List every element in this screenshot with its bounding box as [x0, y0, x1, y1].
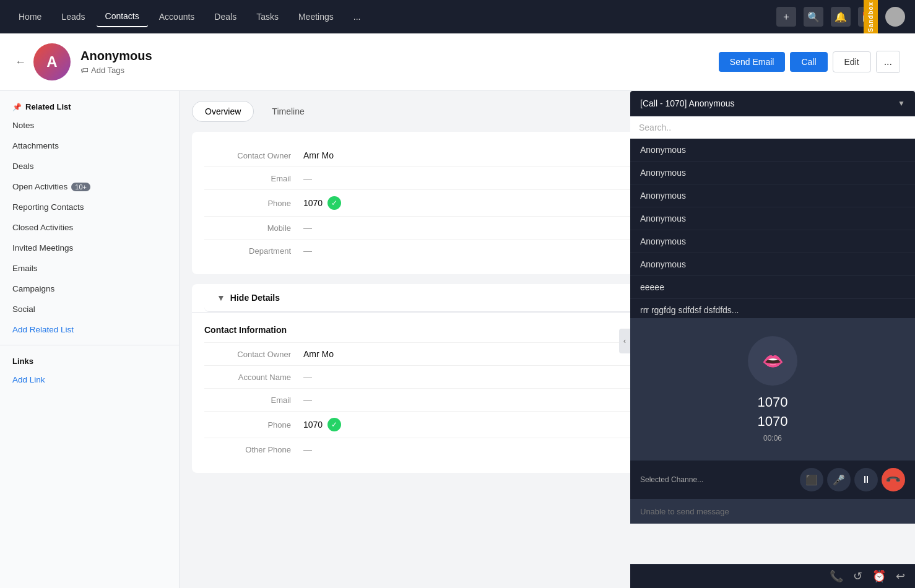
avatar-lips-icon: 👄	[762, 351, 784, 371]
tab-overview[interactable]: Overview	[192, 101, 254, 122]
sidebar-divider	[0, 345, 179, 345]
screen-icon: ⬛	[805, 474, 818, 486]
call-contact-0[interactable]: Anonymous	[630, 139, 915, 162]
send-email-button[interactable]: Send Email	[719, 52, 786, 72]
nav-tasks[interactable]: Tasks	[248, 7, 287, 27]
contact-avatar: A	[33, 43, 71, 80]
related-list-title: 📌 Related List	[0, 96, 179, 115]
chevron-icon: ▼	[217, 293, 225, 303]
add-icon[interactable]: ＋	[776, 7, 796, 27]
panel-collapse-toggle[interactable]: ‹	[619, 329, 630, 353]
sandbox-badge: Sandbox	[864, 0, 878, 33]
call-search-input[interactable]	[630, 116, 915, 139]
mute-button[interactable]: 🎤	[827, 468, 851, 491]
sidebar-item-attachments[interactable]: Attachments	[0, 136, 179, 156]
call-contact-6[interactable]: eeeee	[630, 276, 915, 299]
sidebar-item-emails[interactable]: Emails	[0, 258, 179, 279]
add-link-link[interactable]: Add Link	[0, 370, 179, 390]
call-avatar: 👄	[748, 336, 797, 386]
back-button[interactable]: ←	[15, 56, 26, 69]
header-actions: Send Email Call Edit ...	[719, 51, 900, 73]
pause-icon: ⏸	[861, 474, 871, 485]
call-contact-1[interactable]: Anonymous	[630, 162, 915, 184]
content-area: Overview Timeline Contact Owner Amr Mo E…	[180, 91, 915, 588]
nav-icons: ＋ 🔍 🔔 📅	[776, 7, 905, 27]
call-video-area: 👄 1070 1070 00:06	[630, 318, 915, 460]
sidebar-item-reporting-contacts[interactable]: Reporting Contacts	[0, 197, 179, 217]
call-contact-4[interactable]: Anonymous	[630, 230, 915, 253]
top-navigation: Home Leads Contacts Accounts Deals Tasks…	[0, 0, 915, 33]
whatsapp-icon[interactable]: ✓	[327, 196, 341, 210]
bell-icon[interactable]: 🔔	[831, 7, 851, 27]
pin-icon: 📌	[12, 103, 22, 111]
tab-timeline[interactable]: Timeline	[259, 101, 317, 122]
tag-icon: 🏷	[80, 66, 89, 75]
call-message-area	[630, 499, 915, 524]
nav-accounts[interactable]: Accounts	[150, 7, 204, 27]
add-related-list-link[interactable]: Add Related List	[0, 319, 179, 340]
call-timer: 00:06	[763, 434, 782, 443]
end-call-icon: 📞	[885, 471, 902, 488]
call-contact-list: Anonymous Anonymous Anonymous Anonymous …	[630, 139, 915, 318]
sidebar-item-open-activities[interactable]: Open Activities 10+	[0, 176, 179, 197]
nav-home[interactable]: Home	[10, 7, 50, 27]
contact-name: Anonymous	[80, 49, 719, 63]
call-contact-7[interactable]: rrr rggfdg sdfdsf dsfdfds...	[630, 299, 915, 318]
call-contact-5[interactable]: Anonymous	[630, 253, 915, 276]
sidebar: 📌 Related List Notes Attachments Deals O…	[0, 91, 180, 588]
more-actions-button[interactable]: ...	[876, 51, 900, 73]
nav-meetings[interactable]: Meetings	[290, 7, 342, 27]
sidebar-item-campaigns[interactable]: Campaigns	[0, 279, 179, 299]
links-title: Links	[0, 350, 179, 370]
call-panel: [Call - 1070] Anonymous ▼ Anonymous Anon…	[630, 91, 915, 524]
search-icon[interactable]: 🔍	[804, 7, 823, 27]
call-dropdown-icon[interactable]: ▼	[898, 99, 905, 108]
contact-info: Anonymous 🏷 Add Tags	[80, 49, 719, 75]
nav-contacts[interactable]: Contacts	[97, 6, 148, 27]
pause-button[interactable]: ⏸	[854, 468, 878, 491]
end-call-button[interactable]: 📞	[882, 468, 905, 491]
refresh-icon[interactable]: ↺	[853, 569, 862, 583]
sidebar-item-closed-activities[interactable]: Closed Activities	[0, 217, 179, 238]
sidebar-item-notes[interactable]: Notes	[0, 115, 179, 136]
edit-button[interactable]: Edit	[833, 51, 871, 72]
main-layout: 📌 Related List Notes Attachments Deals O…	[0, 91, 915, 588]
whatsapp-icon-2[interactable]: ✓	[327, 418, 341, 431]
return-icon[interactable]: ↩	[896, 569, 905, 583]
call-controls: Selected Channe... ⬛ 🎤 ⏸ 📞	[630, 460, 915, 499]
nav-more[interactable]: ...	[345, 7, 370, 27]
sidebar-item-deals[interactable]: Deals	[0, 156, 179, 176]
call-number-display: 1070 1070	[758, 393, 788, 431]
bottom-toolbar: 📞 ↺ ⏰ ↩	[630, 564, 915, 588]
nav-items: Home Leads Contacts Accounts Deals Tasks…	[10, 6, 776, 27]
sidebar-item-social[interactable]: Social	[0, 299, 179, 319]
call-contact-2[interactable]: Anonymous	[630, 184, 915, 207]
user-avatar[interactable]	[885, 7, 905, 27]
nav-leads[interactable]: Leads	[53, 7, 93, 27]
screen-share-button[interactable]: ⬛	[800, 468, 823, 491]
call-panel-header: [Call - 1070] Anonymous ▼	[630, 91, 915, 116]
sidebar-item-invited-meetings[interactable]: Invited Meetings	[0, 238, 179, 258]
open-activities-badge: 10+	[71, 183, 90, 191]
call-button[interactable]: Call	[790, 52, 827, 72]
mic-icon: 🎤	[833, 474, 845, 486]
add-tags-button[interactable]: 🏷 Add Tags	[80, 66, 719, 75]
phone-icon[interactable]: 📞	[830, 569, 843, 583]
call-contact-3[interactable]: Anonymous	[630, 207, 915, 230]
clock-icon[interactable]: ⏰	[872, 569, 886, 583]
call-message-input[interactable]	[640, 507, 905, 516]
contact-header: ← A Anonymous 🏷 Add Tags Send Email Call…	[0, 33, 915, 91]
call-panel-title: [Call - 1070] Anonymous	[640, 98, 735, 108]
nav-deals[interactable]: Deals	[206, 7, 245, 27]
selected-channel-label: Selected Channe...	[640, 475, 796, 484]
